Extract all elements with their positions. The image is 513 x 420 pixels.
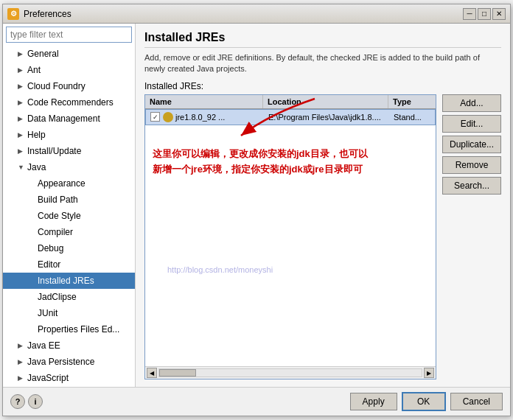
tree-item-label: Debug (38, 242, 63, 255)
tree-item-help[interactable]: Help (3, 127, 135, 143)
jre-type-cell: Stand... (389, 111, 433, 123)
tree-item-label: Code Style (38, 209, 81, 223)
jre-action-buttons: Add... Edit... Duplicate... Remove Searc… (442, 94, 501, 379)
installed-label: Installed JREs: (144, 81, 501, 91)
tree-area: GeneralAntCloud FoundryCode Recommenders… (3, 46, 135, 387)
tree-item-label: Java Persistence (27, 355, 94, 368)
scroll-track[interactable] (158, 368, 422, 377)
scroll-right-btn[interactable]: ▶ (424, 368, 434, 378)
tree-item-label: JadClipse (38, 290, 77, 304)
tree-item-install-update[interactable]: Install/Update (3, 143, 135, 159)
apply-button[interactable]: Apply (350, 393, 397, 410)
tree-item-data-management[interactable]: Data Management (3, 111, 135, 127)
right-panel: Installed JREs Add, remove or edit JRE d… (136, 24, 510, 387)
bottom-bar: ? i Apply OK Cancel (3, 387, 510, 416)
horizontal-scrollbar: ◀ ▶ (145, 366, 436, 379)
tree-item-code-recommenders[interactable]: Code Recommenders (3, 94, 135, 111)
left-panel: GeneralAntCloud FoundryCode Recommenders… (3, 24, 136, 387)
tree-item-general[interactable]: General (3, 46, 135, 62)
jre-icon (163, 112, 173, 122)
jre-checkbox[interactable]: ✓ (150, 112, 160, 122)
tree-item-label: General (27, 47, 59, 60)
tree-item-label: Ant (27, 63, 41, 77)
header-type[interactable]: Type (388, 95, 433, 108)
tree-item-cloud-foundry[interactable]: Cloud Foundry (3, 78, 135, 94)
table-row[interactable]: ✓jre1.8.0_92 ...E:\Program Files\Java\jd… (145, 109, 436, 125)
preferences-window: ⚙ Preferences ─ □ ✕ GeneralAntCloud Foun… (2, 4, 511, 416)
duplicate-button[interactable]: Duplicate... (442, 136, 501, 153)
tree-item-label: Java EE (27, 339, 60, 352)
title-bar: ⚙ Preferences ─ □ ✕ (3, 4, 510, 24)
tree-item-properties-files-ed-[interactable]: Properties Files Ed... (3, 321, 135, 337)
jre-name-cell: ✓jre1.8.0_92 ... (146, 111, 264, 124)
title-buttons: ─ □ ✕ (463, 8, 506, 20)
tree-item-java-persistence[interactable]: Java Persistence (3, 354, 135, 370)
jre-table: Name Location Type ✓jre1.8.0_92 ...E:\Pr… (144, 94, 436, 379)
table-body: ✓jre1.8.0_92 ...E:\Program Files\Java\jd… (145, 109, 436, 366)
tree-item-label: Appearance (38, 177, 86, 190)
tree-item-installed-jres[interactable]: Installed JREs (3, 273, 135, 289)
content-area: GeneralAntCloud FoundryCode Recommenders… (3, 24, 510, 387)
jre-location-cell: E:\Program Files\Java\jdk1.8.... (264, 111, 389, 123)
tree-item-label: Data Management (27, 112, 100, 125)
tree-item-compiler[interactable]: Compiler (3, 224, 135, 240)
scroll-thumb (159, 369, 196, 377)
scroll-left-btn[interactable]: ◀ (147, 368, 157, 378)
maximize-button[interactable]: □ (478, 8, 491, 20)
close-button[interactable]: ✕ (492, 8, 506, 20)
tree-item-label: Properties Files Ed... (38, 323, 119, 336)
table-section: Name Location Type ✓jre1.8.0_92 ...E:\Pr… (144, 94, 436, 379)
help-area: ? i (10, 394, 43, 409)
table-with-buttons: Name Location Type ✓jre1.8.0_92 ...E:\Pr… (144, 94, 501, 379)
edit-button[interactable]: Edit... (442, 115, 501, 133)
remove-button[interactable]: Remove (442, 156, 501, 174)
tree-item-label: Code Recommenders (27, 96, 114, 109)
tree-item-label: Install/Update (27, 144, 81, 158)
tree-item-java-ee[interactable]: Java EE (3, 337, 135, 354)
tree-item-label: Build Path (38, 193, 78, 206)
app-icon: ⚙ (7, 8, 19, 20)
tree-item-build-path[interactable]: Build Path (3, 192, 135, 208)
tree-item-label: Java (27, 161, 46, 174)
tree-item-label: Help (27, 128, 46, 141)
tree-item-java[interactable]: Java (3, 159, 135, 175)
cancel-button[interactable]: Cancel (450, 393, 503, 410)
tree-item-label: JUnit (38, 307, 57, 320)
tree-item-jadclipse[interactable]: JadClipse (3, 289, 135, 305)
tree-item-label: Compiler (38, 225, 73, 239)
info-button[interactable]: i (28, 394, 43, 409)
table-header: Name Location Type (145, 95, 436, 109)
ok-button[interactable]: OK (402, 392, 446, 411)
help-button[interactable]: ? (10, 394, 25, 409)
panel-title: Installed JREs (144, 31, 501, 48)
tree-item-appearance[interactable]: Appearance (3, 175, 135, 192)
jre-name: jre1.8.0_92 ... (175, 113, 225, 122)
tree-item-debug[interactable]: Debug (3, 240, 135, 256)
tree-item-code-style[interactable]: Code Style (3, 208, 135, 224)
filter-input[interactable] (6, 27, 132, 43)
tree-item-label: Installed JREs (38, 274, 94, 287)
tree-item-label: Cloud Foundry (27, 80, 86, 93)
window-title: Preferences (24, 9, 71, 19)
minimize-button[interactable]: ─ (463, 8, 476, 20)
add-button[interactable]: Add... (442, 94, 501, 112)
tree-item-editor[interactable]: Editor (3, 256, 135, 273)
title-bar-left: ⚙ Preferences (7, 8, 71, 20)
header-name[interactable]: Name (145, 95, 263, 108)
tree-item-ant[interactable]: Ant (3, 62, 135, 78)
tree-item-junit[interactable]: JUnit (3, 305, 135, 321)
tree-item-javascript[interactable]: JavaScript (3, 370, 135, 386)
description: Add, remove or edit JRE definitions. By … (144, 52, 501, 75)
header-location[interactable]: Location (263, 95, 388, 108)
tree-item-label: JavaScript (27, 371, 69, 385)
search-button[interactable]: Search... (442, 177, 501, 195)
tree-item-label: Editor (38, 258, 60, 271)
